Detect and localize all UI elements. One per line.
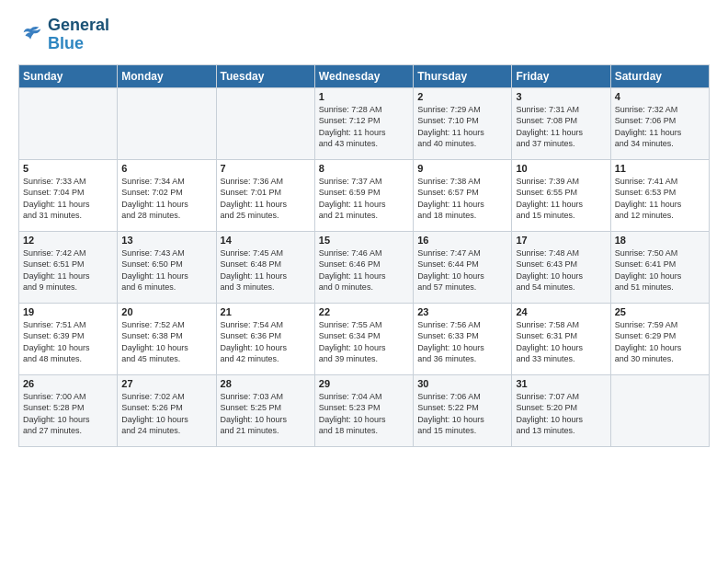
day-number: 14	[221, 235, 311, 246]
day-number: 21	[221, 306, 311, 317]
calendar-cell: 23Sunrise: 7:56 AM Sunset: 6:33 PM Dayli…	[414, 303, 512, 374]
cell-content: Sunrise: 7:43 AM Sunset: 6:50 PM Dayligh…	[121, 247, 211, 293]
calendar-cell: 6Sunrise: 7:34 AM Sunset: 7:02 PM Daylig…	[118, 159, 216, 231]
day-number: 6	[121, 163, 211, 174]
day-number: 3	[516, 91, 606, 102]
calendar-cell: 25Sunrise: 7:59 AM Sunset: 6:29 PM Dayli…	[610, 303, 709, 374]
day-number: 13	[121, 235, 211, 246]
day-number: 2	[417, 91, 507, 102]
cell-content: Sunrise: 7:47 AM Sunset: 6:44 PM Dayligh…	[417, 247, 507, 293]
day-of-week-header: Wednesday	[314, 64, 413, 87]
day-number: 4	[615, 91, 705, 102]
cell-content: Sunrise: 7:34 AM Sunset: 7:02 PM Dayligh…	[121, 176, 211, 222]
calendar-cell: 22Sunrise: 7:55 AM Sunset: 6:34 PM Dayli…	[314, 303, 413, 374]
cell-content: Sunrise: 7:38 AM Sunset: 6:57 PM Dayligh…	[417, 176, 507, 222]
calendar-cell: 15Sunrise: 7:46 AM Sunset: 6:46 PM Dayli…	[314, 231, 413, 303]
day-number: 24	[516, 306, 606, 317]
day-number: 17	[516, 235, 606, 246]
calendar-cell: 31Sunrise: 7:07 AM Sunset: 5:20 PM Dayli…	[512, 374, 610, 446]
calendar-cell: 8Sunrise: 7:37 AM Sunset: 6:59 PM Daylig…	[314, 159, 413, 231]
cell-content: Sunrise: 7:32 AM Sunset: 7:06 PM Dayligh…	[615, 104, 705, 150]
calendar-cell: 24Sunrise: 7:58 AM Sunset: 6:31 PM Dayli…	[512, 303, 610, 374]
calendar-cell: 14Sunrise: 7:45 AM Sunset: 6:48 PM Dayli…	[216, 231, 314, 303]
day-number: 10	[516, 163, 606, 174]
cell-content: Sunrise: 7:31 AM Sunset: 7:08 PM Dayligh…	[516, 104, 606, 150]
day-number: 19	[23, 306, 113, 317]
cell-content: Sunrise: 7:59 AM Sunset: 6:29 PM Dayligh…	[615, 319, 705, 365]
calendar-cell: 2Sunrise: 7:29 AM Sunset: 7:10 PM Daylig…	[414, 87, 512, 159]
cell-content: Sunrise: 7:45 AM Sunset: 6:48 PM Dayligh…	[221, 247, 311, 293]
calendar-cell	[118, 87, 216, 159]
calendar-cell: 5Sunrise: 7:33 AM Sunset: 7:04 PM Daylig…	[19, 159, 118, 231]
day-number: 31	[516, 378, 606, 389]
day-number: 15	[319, 235, 409, 246]
calendar-cell: 20Sunrise: 7:52 AM Sunset: 6:38 PM Dayli…	[118, 303, 216, 374]
cell-content: Sunrise: 7:55 AM Sunset: 6:34 PM Dayligh…	[319, 319, 409, 365]
cell-content: Sunrise: 7:58 AM Sunset: 6:31 PM Dayligh…	[516, 319, 606, 365]
day-number: 29	[319, 378, 409, 389]
calendar-cell: 18Sunrise: 7:50 AM Sunset: 6:41 PM Dayli…	[610, 231, 709, 303]
calendar-cell: 19Sunrise: 7:51 AM Sunset: 6:39 PM Dayli…	[19, 303, 118, 374]
page-container: General Blue SundayMondayTuesdayWednesda…	[0, 0, 728, 456]
calendar-week-row: 5Sunrise: 7:33 AM Sunset: 7:04 PM Daylig…	[19, 159, 710, 231]
cell-content: Sunrise: 7:06 AM Sunset: 5:22 PM Dayligh…	[417, 391, 507, 437]
cell-content: Sunrise: 7:37 AM Sunset: 6:59 PM Dayligh…	[319, 176, 409, 222]
day-number: 20	[121, 306, 211, 317]
calendar-cell: 21Sunrise: 7:54 AM Sunset: 6:36 PM Dayli…	[216, 303, 314, 374]
logo: General Blue	[18, 17, 109, 53]
calendar-cell: 4Sunrise: 7:32 AM Sunset: 7:06 PM Daylig…	[610, 87, 709, 159]
calendar-cell: 30Sunrise: 7:06 AM Sunset: 5:22 PM Dayli…	[414, 374, 512, 446]
calendar-week-row: 26Sunrise: 7:00 AM Sunset: 5:28 PM Dayli…	[19, 374, 710, 446]
calendar-cell	[216, 87, 314, 159]
calendar-cell: 28Sunrise: 7:03 AM Sunset: 5:25 PM Dayli…	[216, 374, 314, 446]
logo-text-blue: Blue	[48, 35, 109, 53]
cell-content: Sunrise: 7:33 AM Sunset: 7:04 PM Dayligh…	[23, 176, 113, 222]
cell-content: Sunrise: 7:46 AM Sunset: 6:46 PM Dayligh…	[319, 247, 409, 293]
cell-content: Sunrise: 7:48 AM Sunset: 6:43 PM Dayligh…	[516, 247, 606, 293]
calendar-cell: 9Sunrise: 7:38 AM Sunset: 6:57 PM Daylig…	[414, 159, 512, 231]
day-number: 27	[121, 378, 211, 389]
day-number: 28	[221, 378, 311, 389]
cell-content: Sunrise: 7:41 AM Sunset: 6:53 PM Dayligh…	[615, 176, 705, 222]
calendar-cell: 3Sunrise: 7:31 AM Sunset: 7:08 PM Daylig…	[512, 87, 610, 159]
calendar-cell	[19, 87, 118, 159]
day-of-week-header: Friday	[512, 64, 610, 87]
day-of-week-header: Monday	[118, 64, 216, 87]
day-number: 26	[23, 378, 113, 389]
calendar-cell: 11Sunrise: 7:41 AM Sunset: 6:53 PM Dayli…	[610, 159, 709, 231]
day-number: 12	[23, 235, 113, 246]
cell-content: Sunrise: 7:04 AM Sunset: 5:23 PM Dayligh…	[319, 391, 409, 437]
day-number: 22	[319, 306, 409, 317]
day-number: 7	[221, 163, 311, 174]
cell-content: Sunrise: 7:03 AM Sunset: 5:25 PM Dayligh…	[221, 391, 311, 437]
cell-content: Sunrise: 7:28 AM Sunset: 7:12 PM Dayligh…	[319, 104, 409, 150]
day-number: 25	[615, 306, 705, 317]
calendar-header-row: SundayMondayTuesdayWednesdayThursdayFrid…	[19, 64, 710, 87]
calendar-cell: 26Sunrise: 7:00 AM Sunset: 5:28 PM Dayli…	[19, 374, 118, 446]
calendar-cell: 29Sunrise: 7:04 AM Sunset: 5:23 PM Dayli…	[314, 374, 413, 446]
calendar-week-row: 1Sunrise: 7:28 AM Sunset: 7:12 PM Daylig…	[19, 87, 710, 159]
header: General Blue	[18, 17, 710, 53]
calendar-cell: 12Sunrise: 7:42 AM Sunset: 6:51 PM Dayli…	[19, 231, 118, 303]
cell-content: Sunrise: 7:54 AM Sunset: 6:36 PM Dayligh…	[221, 319, 311, 365]
logo-icon	[18, 22, 44, 48]
cell-content: Sunrise: 7:50 AM Sunset: 6:41 PM Dayligh…	[615, 247, 705, 293]
calendar-cell: 7Sunrise: 7:36 AM Sunset: 7:01 PM Daylig…	[216, 159, 314, 231]
calendar-cell: 16Sunrise: 7:47 AM Sunset: 6:44 PM Dayli…	[414, 231, 512, 303]
logo-text-general: General	[48, 17, 109, 35]
day-number: 1	[319, 91, 409, 102]
calendar-cell: 13Sunrise: 7:43 AM Sunset: 6:50 PM Dayli…	[118, 231, 216, 303]
calendar-table: SundayMondayTuesdayWednesdayThursdayFrid…	[18, 64, 710, 447]
cell-content: Sunrise: 7:36 AM Sunset: 7:01 PM Dayligh…	[221, 176, 311, 222]
day-number: 11	[615, 163, 705, 174]
cell-content: Sunrise: 7:29 AM Sunset: 7:10 PM Dayligh…	[417, 104, 507, 150]
cell-content: Sunrise: 7:02 AM Sunset: 5:26 PM Dayligh…	[121, 391, 211, 437]
day-number: 16	[417, 235, 507, 246]
day-of-week-header: Thursday	[414, 64, 512, 87]
calendar-cell: 17Sunrise: 7:48 AM Sunset: 6:43 PM Dayli…	[512, 231, 610, 303]
day-of-week-header: Sunday	[19, 64, 118, 87]
cell-content: Sunrise: 7:56 AM Sunset: 6:33 PM Dayligh…	[417, 319, 507, 365]
day-number: 8	[319, 163, 409, 174]
cell-content: Sunrise: 7:52 AM Sunset: 6:38 PM Dayligh…	[121, 319, 211, 365]
day-number: 23	[417, 306, 507, 317]
